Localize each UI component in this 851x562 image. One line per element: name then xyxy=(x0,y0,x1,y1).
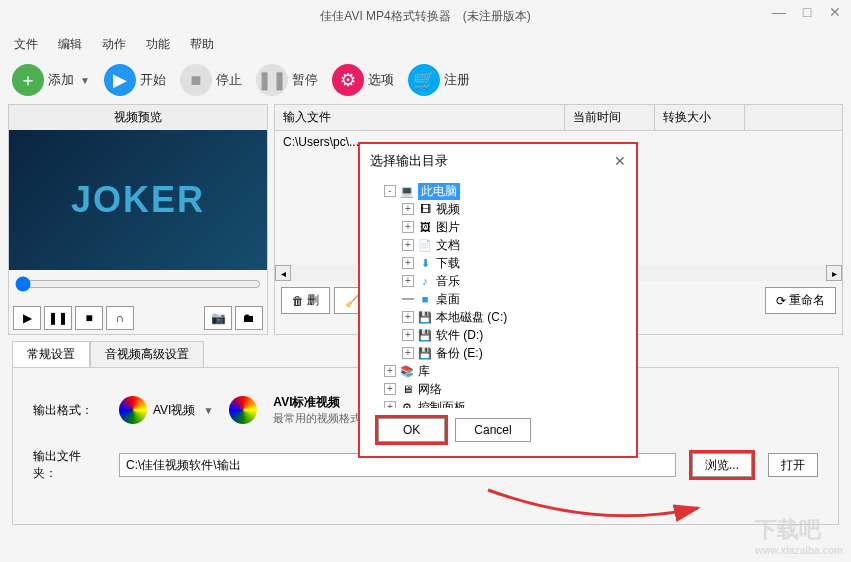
scroll-right-icon[interactable]: ▸ xyxy=(826,265,842,281)
tree-pictures[interactable]: 图片 xyxy=(436,219,460,236)
output-format-combo[interactable]: AVI视频 ▼ xyxy=(119,396,213,424)
loop-button[interactable]: ∩ xyxy=(106,306,134,330)
tab-general[interactable]: 常规设置 xyxy=(12,341,90,367)
folder-button[interactable]: 🖿 xyxy=(235,306,263,330)
minimize-icon[interactable]: — xyxy=(771,4,787,20)
maximize-icon[interactable]: □ xyxy=(799,4,815,20)
add-button[interactable]: ＋ 添加 ▼ xyxy=(12,64,90,96)
start-button[interactable]: ▶ 开始 xyxy=(104,64,166,96)
menu-file[interactable]: 文件 xyxy=(8,34,44,55)
browse-button[interactable]: 浏览... xyxy=(692,453,752,477)
preview-title: 视频预览 xyxy=(9,105,267,130)
output-folder-label: 输出文件夹： xyxy=(33,448,103,482)
folder-dialog: 选择输出目录 ✕ -💻此电脑 +🎞视频 +🖼图片 +📄文档 +⬇下载 +♪音乐 … xyxy=(358,142,638,458)
tree-videos[interactable]: 视频 xyxy=(436,201,460,218)
tree-music[interactable]: 音乐 xyxy=(436,273,460,290)
delete-button[interactable]: 🗑删 xyxy=(281,287,330,314)
tree-disk-c[interactable]: 本地磁盘 (C:) xyxy=(436,309,507,326)
format-desc-title: AVI标准视频 xyxy=(273,395,340,409)
tree-disk-d[interactable]: 软件 (D:) xyxy=(436,327,483,344)
stop-button[interactable]: ■ 停止 xyxy=(180,64,242,96)
plus-icon: ＋ xyxy=(12,64,44,96)
ok-button[interactable]: OK xyxy=(378,418,445,442)
tree-control-panel[interactable]: 控制面板 xyxy=(418,399,466,409)
tree-this-pc[interactable]: 此电脑 xyxy=(418,183,460,200)
toolbar: ＋ 添加 ▼ ▶ 开始 ■ 停止 ❚❚ 暂停 ⚙ 选项 🛒 注册 xyxy=(0,56,851,104)
menubar: 文件 编辑 动作 功能 帮助 xyxy=(0,32,851,56)
watermark: 下载吧www.xiazaiba.com xyxy=(755,515,843,556)
output-format-label: 输出格式： xyxy=(33,402,103,419)
tree-network[interactable]: 网络 xyxy=(418,381,442,398)
play-button[interactable]: ▶ xyxy=(13,306,41,330)
col-input: 输入文件 xyxy=(275,105,565,130)
play-icon: ▶ xyxy=(104,64,136,96)
col-time: 当前时间 xyxy=(565,105,655,130)
rename-button[interactable]: ⟳重命名 xyxy=(765,287,836,314)
seek-slider[interactable] xyxy=(15,276,261,292)
tree-downloads[interactable]: 下载 xyxy=(436,255,460,272)
app-title: 佳佳AVI MP4格式转换器 (未注册版本) xyxy=(320,8,530,25)
pause-button[interactable]: ❚❚ 暂停 xyxy=(256,64,318,96)
gear-icon: ⚙ xyxy=(332,64,364,96)
chevron-down-icon: ▼ xyxy=(80,75,90,86)
col-size: 转换大小 xyxy=(655,105,745,130)
menu-func[interactable]: 功能 xyxy=(140,34,176,55)
format-icon xyxy=(119,396,147,424)
stop-button-small[interactable]: ■ xyxy=(75,306,103,330)
format-icon xyxy=(229,396,257,424)
tree-libraries[interactable]: 库 xyxy=(418,363,430,380)
pause-button-small[interactable]: ❚❚ xyxy=(44,306,72,330)
preview-panel: 视频预览 JOKER ▶ ❚❚ ■ ∩ 📷 🖿 xyxy=(8,104,268,335)
open-button[interactable]: 打开 xyxy=(768,453,818,477)
close-icon[interactable]: ✕ xyxy=(827,4,843,20)
options-button[interactable]: ⚙ 选项 xyxy=(332,64,394,96)
folder-tree[interactable]: -💻此电脑 +🎞视频 +🖼图片 +📄文档 +⬇下载 +♪音乐 ■桌面 +💾本地磁… xyxy=(360,178,636,408)
tree-desktop[interactable]: 桌面 xyxy=(436,291,460,308)
tab-av-advanced[interactable]: 音视频高级设置 xyxy=(90,341,204,367)
dialog-close-icon[interactable]: ✕ xyxy=(614,153,626,169)
preview-thumbnail: JOKER xyxy=(9,130,267,270)
register-button[interactable]: 🛒 注册 xyxy=(408,64,470,96)
menu-action[interactable]: 动作 xyxy=(96,34,132,55)
dialog-title: 选择输出目录 xyxy=(370,152,448,170)
chevron-down-icon: ▼ xyxy=(203,405,213,416)
tree-disk-e[interactable]: 备份 (E:) xyxy=(436,345,483,362)
pause-icon: ❚❚ xyxy=(256,64,288,96)
menu-edit[interactable]: 编辑 xyxy=(52,34,88,55)
cart-icon: 🛒 xyxy=(408,64,440,96)
menu-help[interactable]: 帮助 xyxy=(184,34,220,55)
stop-icon: ■ xyxy=(180,64,212,96)
snapshot-button[interactable]: 📷 xyxy=(204,306,232,330)
cancel-button[interactable]: Cancel xyxy=(455,418,530,442)
scroll-left-icon[interactable]: ◂ xyxy=(275,265,291,281)
tree-documents[interactable]: 文档 xyxy=(436,237,460,254)
titlebar: 佳佳AVI MP4格式转换器 (未注册版本) — □ ✕ xyxy=(0,0,851,32)
